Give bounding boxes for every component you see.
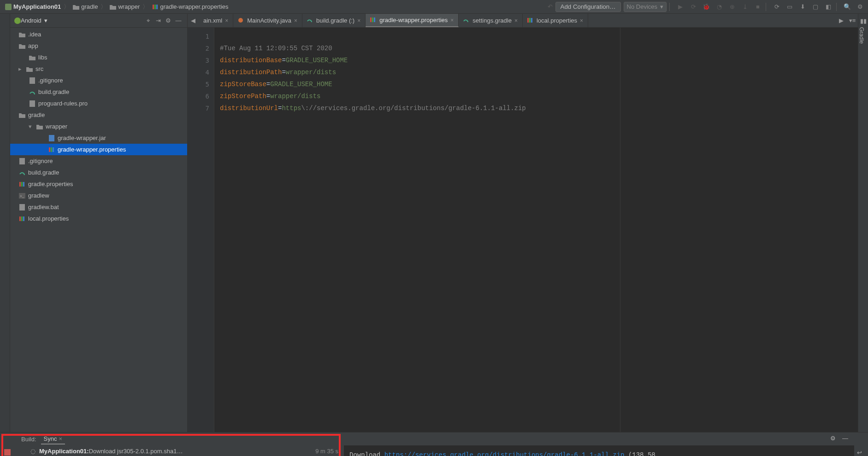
tab-mainactivity[interactable]: MainActivity.java×: [233, 14, 302, 27]
soft-wrap-icon[interactable]: ↩: [857, 449, 865, 456]
search-icon[interactable]: 🔍: [842, 2, 852, 12]
avd-manager-icon[interactable]: ▭: [785, 2, 795, 12]
code-editor[interactable]: #Tue Aug 11 12:09:55 CST 2020 distributi…: [214, 28, 858, 432]
tree-item-wrapper-jar[interactable]: gradle-wrapper.jar: [10, 132, 187, 144]
tab-list-icon[interactable]: ▾≡: [847, 14, 858, 27]
project-tree[interactable]: .idea app libs ▸src .gitignore build.gra…: [10, 28, 187, 432]
breadcrumb-gradle[interactable]: gradle: [81, 3, 98, 10]
console-link[interactable]: https://services.gradle.org/distribution…: [384, 451, 625, 456]
attach-debugger-icon[interactable]: ⤓: [740, 2, 750, 12]
apply-changes-icon[interactable]: ⟳: [688, 2, 698, 12]
build-task-row[interactable]: ◌ MyApplication01: Download jsr305-2.0.1…: [17, 445, 344, 456]
profile-icon[interactable]: ◔: [714, 2, 724, 12]
chevron-down-icon: ▾: [44, 17, 47, 24]
breadcrumb-wrapper[interactable]: wrapper: [118, 3, 140, 10]
tree-label: src: [35, 65, 43, 72]
tree-item-gradlew-bat[interactable]: gradlew.bat: [10, 201, 187, 213]
tree-item-wrapper-properties[interactable]: gradle-wrapper.properties: [10, 144, 187, 155]
tab-gradle-wrapper-properties[interactable]: gradle-wrapper.properties×: [366, 14, 459, 27]
tree-item-libs[interactable]: libs: [10, 52, 187, 63]
pause-icon[interactable]: ▮▮: [858, 18, 868, 24]
tree-item-gradle-properties[interactable]: gradle.properties: [10, 178, 187, 190]
coverage-icon[interactable]: ⊕: [727, 2, 737, 12]
collapse-icon[interactable]: ▾: [29, 123, 33, 130]
build-console[interactable]: Download https://services.gradle.org/dis…: [344, 445, 854, 456]
code-val: wrapper/dists: [270, 93, 320, 100]
tree-label: wrapper: [46, 123, 67, 130]
breadcrumb-root[interactable]: MyApplication01: [13, 3, 61, 10]
add-configuration-button[interactable]: Add Configuration…: [555, 2, 621, 12]
project-view-selector[interactable]: Android ▾: [21, 17, 47, 24]
file-icon: [18, 204, 25, 210]
gear-icon[interactable]: ⚙: [163, 16, 173, 26]
hide-icon[interactable]: —: [842, 435, 850, 443]
tree-item-gradle-folder[interactable]: gradle: [10, 109, 187, 121]
run-icon[interactable]: ▶: [675, 2, 685, 12]
tree-item-src[interactable]: ▸src: [10, 63, 187, 75]
close-icon[interactable]: ×: [294, 18, 297, 24]
gradle-icon: [307, 18, 313, 24]
properties-icon: [370, 17, 377, 23]
device-file-explorer-icon[interactable]: ▢: [810, 2, 821, 12]
svg-rect-25: [374, 18, 375, 22]
right-rail: ▮▮ Gradle: [858, 14, 868, 432]
code-val: wrapper/dists: [286, 69, 336, 76]
svg-rect-29: [4, 449, 11, 456]
expand-icon[interactable]: ▸: [18, 65, 23, 72]
tree-item-wrapper[interactable]: ▾wrapper: [10, 121, 187, 132]
tree-item-proguard[interactable]: proguard-rules.pro: [10, 98, 187, 109]
svg-rect-2: [153, 5, 154, 9]
collapse-all-icon[interactable]: ⇥: [153, 16, 163, 26]
tab-scroll-right-icon[interactable]: ▶: [836, 14, 847, 27]
debug-icon[interactable]: 🐞: [701, 2, 711, 12]
tab-build-gradle[interactable]: build.gradle (:)×: [302, 14, 366, 27]
tab-settings-gradle[interactable]: settings.gradle×: [459, 14, 523, 27]
sdk-manager-icon[interactable]: ⬇: [797, 2, 808, 12]
tree-item-gitignore-root[interactable]: .gitignore: [10, 155, 187, 167]
tree-item-app[interactable]: app: [10, 40, 187, 52]
editor-tabs: ◀ ain.xml× MainActivity.java× build.grad…: [188, 14, 858, 28]
code-url: \://services.gradle.org/distributions/gr…: [301, 105, 526, 112]
project-tool-window: Android ▾ ⌖ ⇥ ⚙ — .idea app libs ▸src .g…: [10, 14, 188, 432]
close-icon[interactable]: ×: [514, 18, 518, 24]
tree-item-local-properties[interactable]: local.properties: [10, 213, 187, 224]
close-icon[interactable]: ×: [357, 18, 360, 24]
properties-icon: [18, 181, 25, 187]
layout-inspector-icon[interactable]: ◧: [823, 2, 833, 12]
tab-scroll-left-icon[interactable]: ◀: [188, 14, 199, 27]
hide-icon[interactable]: —: [173, 16, 183, 26]
close-icon[interactable]: ×: [450, 17, 454, 23]
build-task-text: Download jsr305-2.0.1.pom.sha1…: [89, 448, 183, 455]
tab-ain-xml[interactable]: ain.xml×: [199, 14, 233, 27]
tab-local-properties[interactable]: local.properties×: [523, 14, 588, 27]
close-icon[interactable]: ×: [59, 435, 62, 442]
tree-item-build-gradle-root[interactable]: build.gradle: [10, 167, 187, 178]
close-icon[interactable]: ×: [580, 18, 583, 24]
breadcrumb[interactable]: MyApplication01 〉 gradle 〉 wrapper 〉 gra…: [3, 3, 230, 11]
tree-item-gitignore[interactable]: .gitignore: [10, 75, 187, 86]
tree-item-idea[interactable]: .idea: [10, 29, 187, 40]
tree-label: app: [28, 42, 38, 49]
build-tab-sync[interactable]: Sync ×: [41, 434, 65, 444]
device-selector[interactable]: No Devices ▾: [624, 2, 667, 12]
tree-item-build-gradle-app[interactable]: build.gradle: [10, 86, 187, 98]
breadcrumb-file[interactable]: gradle-wrapper.properties: [160, 3, 228, 10]
select-opened-file-icon[interactable]: ⌖: [143, 16, 153, 26]
code-key: zipStorePath: [220, 93, 266, 100]
sync-project-icon[interactable]: ⟳: [772, 2, 782, 12]
svg-rect-24: [372, 18, 373, 22]
tree-item-gradlew[interactable]: >_gradlew: [10, 190, 187, 201]
svg-rect-21: [23, 216, 24, 221]
properties-icon: [48, 146, 55, 153]
stop-build-icon[interactable]: [4, 449, 12, 456]
stop-icon[interactable]: ■: [753, 2, 763, 12]
close-icon[interactable]: ×: [225, 18, 228, 24]
settings-icon[interactable]: ⚙: [855, 2, 865, 12]
back-icon[interactable]: ↶: [545, 2, 555, 12]
project-header: Android ▾ ⌖ ⇥ ⚙ —: [10, 14, 187, 28]
code-val: https: [282, 105, 301, 112]
svg-rect-20: [21, 216, 23, 221]
gradle-tool-button[interactable]: Gradle: [858, 24, 865, 44]
svg-rect-0: [5, 4, 12, 10]
gear-icon[interactable]: ⚙: [830, 435, 838, 443]
